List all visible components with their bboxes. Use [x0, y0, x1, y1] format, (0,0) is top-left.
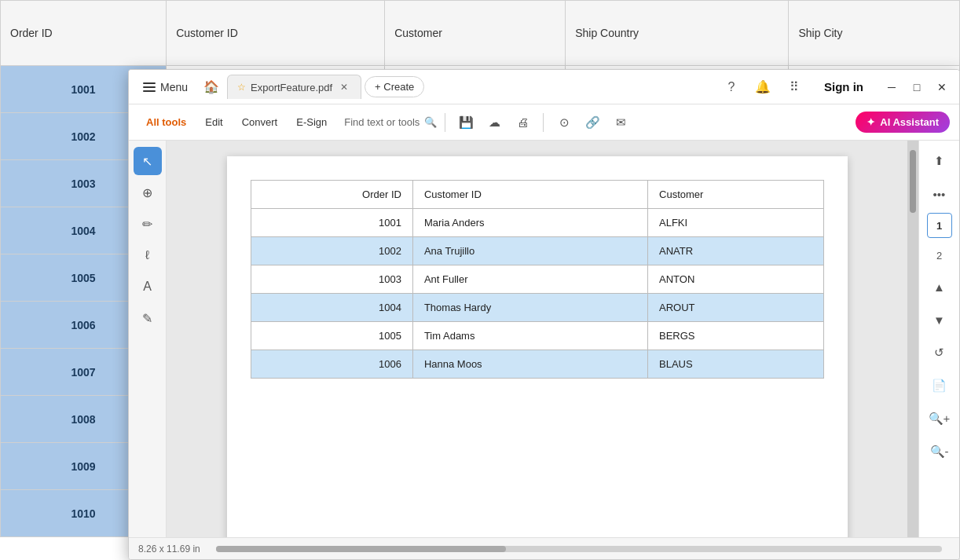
all-tools-button[interactable]: All tools — [138, 112, 194, 132]
maximize-button[interactable]: □ — [906, 76, 928, 98]
pdf-row-orderid: 1001 — [251, 209, 412, 237]
create-button[interactable]: + Create — [365, 76, 424, 97]
upload-icon-button[interactable]: ☁ — [482, 110, 507, 135]
pdf-col-orderid: Order ID — [251, 181, 412, 209]
pdf-row-orderid: 1006 — [251, 350, 412, 379]
pdf-toolbar: All tools Edit Convert E-Sign Find text … — [129, 104, 959, 141]
pdf-right-sidebar: ⬆ ••• 1 2 ▲ ▼ ↺ 📄 🔍+ 🔍- — [918, 141, 959, 537]
pdf-row-orderid: 1002 — [251, 237, 412, 265]
search-area[interactable]: Find text or tools 🔍 — [344, 116, 437, 128]
pdf-row-customer: BERGS — [648, 322, 823, 350]
zoom-tool[interactable]: ⊕ — [134, 178, 162, 207]
refresh-icon-button[interactable]: ↺ — [925, 339, 954, 367]
pdf-viewer: Menu 🏠 ☆ ExportFeature.pdf ✕ + Create ? … — [128, 69, 960, 560]
page-2-button[interactable]: 2 — [927, 243, 952, 268]
zoom-in-button[interactable]: 🔍+ — [925, 404, 954, 433]
col-header-customerid: Customer ID — [167, 1, 385, 66]
pdf-row-customerid: Ant Fuller — [412, 265, 647, 294]
apps-icon-button[interactable]: ⠿ — [782, 75, 807, 100]
ai-label: AI Assistant — [880, 116, 939, 128]
page-1-button[interactable]: 1 — [927, 213, 952, 238]
pdf-row-customerid: Ana Trujillo — [412, 237, 647, 265]
scan-icon-button[interactable]: ⊙ — [551, 110, 577, 135]
help-icon-button[interactable]: ? — [719, 75, 744, 100]
pdf-page: Order ID Customer ID Customer 1001Maria … — [227, 156, 848, 537]
pdf-row-customer: ANTON — [648, 265, 823, 294]
highlight-tool[interactable]: ✎ — [134, 304, 162, 332]
window-controls: ─ □ ✕ — [881, 76, 953, 98]
sign-in-label: Sign in — [824, 80, 863, 93]
pdf-row-customer: ANATR — [648, 237, 823, 265]
pdf-row-customerid: Thomas Hardy — [412, 294, 647, 322]
ai-icon: ✦ — [867, 116, 875, 128]
save-icon-button[interactable]: 💾 — [453, 110, 478, 135]
pdf-row-customer: ALFKI — [648, 209, 823, 237]
text-select-tool[interactable]: A — [134, 273, 162, 301]
search-text: Find text or tools — [344, 116, 420, 128]
pdf-row-orderid: 1003 — [251, 265, 412, 294]
notification-icon-button[interactable]: 🔔 — [750, 75, 775, 100]
pdf-inner-table: Order ID Customer ID Customer 1001Maria … — [251, 180, 824, 379]
pdf-content: ↖ ⊕ ✏ ℓ A ✎ Order ID Customer ID Custome… — [129, 141, 959, 537]
ai-assistant-button[interactable]: ✦ AI Assistant — [856, 112, 950, 133]
topbar-icons: ? 🔔 ⠿ Sign in ─ □ ✕ — [719, 75, 953, 100]
export-icon-button[interactable]: ⬆ — [925, 147, 954, 175]
search-icon: 🔍 — [424, 116, 437, 128]
home-button[interactable]: 🏠 — [199, 75, 224, 100]
bottom-scroll-thumb — [216, 546, 507, 552]
col-header-shipcity: Ship City — [789, 1, 960, 66]
pdf-bottombar: 8.26 x 11.69 in — [129, 537, 959, 559]
pdf-col-customer: Customer — [648, 181, 823, 209]
sign-in-button[interactable]: Sign in — [813, 75, 874, 98]
pdf-col-customerid: Customer ID — [412, 181, 647, 209]
pdf-row-customer: BLAUS — [648, 350, 823, 379]
col-header-orderid: Order ID — [1, 1, 167, 66]
convert-button[interactable]: Convert — [234, 112, 286, 132]
pdf-scrollbar[interactable] — [907, 141, 918, 537]
chevron-down-icon-button[interactable]: ▼ — [925, 306, 954, 334]
edit-button[interactable]: Edit — [197, 112, 230, 132]
email-icon-button[interactable]: ✉ — [608, 110, 633, 135]
page-detail-icon-button[interactable]: 📄 — [925, 372, 954, 400]
close-button[interactable]: ✕ — [931, 76, 953, 98]
pdf-document-area[interactable]: Order ID Customer ID Customer 1001Maria … — [167, 141, 907, 537]
print-icon-button[interactable]: 🖨 — [510, 110, 535, 135]
signature-tool[interactable]: ℓ — [134, 241, 162, 269]
pdf-row-orderid: 1004 — [251, 294, 412, 322]
hamburger-icon — [143, 82, 156, 92]
zoom-out-button[interactable]: 🔍- — [925, 437, 954, 466]
minimize-button[interactable]: ─ — [881, 76, 903, 98]
cursor-tool[interactable]: ↖ — [134, 147, 162, 175]
toolbar-divider-1 — [445, 113, 445, 132]
create-label: + Create — [375, 81, 414, 93]
col-header-customer: Customer — [385, 1, 566, 66]
menu-button[interactable]: Menu — [135, 77, 196, 97]
menu-label: Menu — [160, 81, 188, 93]
pdf-topbar: Menu 🏠 ☆ ExportFeature.pdf ✕ + Create ? … — [129, 70, 959, 104]
page-size-label: 8.26 x 11.69 in — [138, 544, 200, 555]
pdf-row-customer: AROUT — [648, 294, 823, 322]
scroll-thumb[interactable] — [910, 150, 916, 213]
pen-tool[interactable]: ✏ — [134, 210, 162, 238]
chevron-up-icon-button[interactable]: ▲ — [925, 273, 954, 301]
pdf-tab[interactable]: ☆ ExportFeature.pdf ✕ — [227, 75, 361, 99]
toolbar-divider-2 — [543, 113, 544, 132]
link-icon-button[interactable]: 🔗 — [580, 110, 605, 135]
pdf-row-customerid: Tim Adams — [412, 322, 647, 350]
tab-name: ExportFeature.pdf — [251, 82, 332, 93]
col-header-shipcountry: Ship Country — [566, 1, 789, 66]
esign-button[interactable]: E-Sign — [288, 112, 335, 132]
pdf-row-orderid: 1005 — [251, 322, 412, 350]
pdf-left-sidebar: ↖ ⊕ ✏ ℓ A ✎ — [129, 141, 167, 537]
pdf-row-customerid: Maria Anders — [412, 209, 647, 237]
more-options-button[interactable]: ••• — [925, 180, 954, 208]
bottom-scrollbar[interactable] — [216, 546, 942, 552]
tab-area: ☆ ExportFeature.pdf ✕ + Create — [227, 75, 716, 99]
tab-close-icon[interactable]: ✕ — [337, 80, 351, 94]
pdf-row-customerid: Hanna Moos — [412, 350, 647, 379]
star-icon: ☆ — [237, 82, 246, 93]
